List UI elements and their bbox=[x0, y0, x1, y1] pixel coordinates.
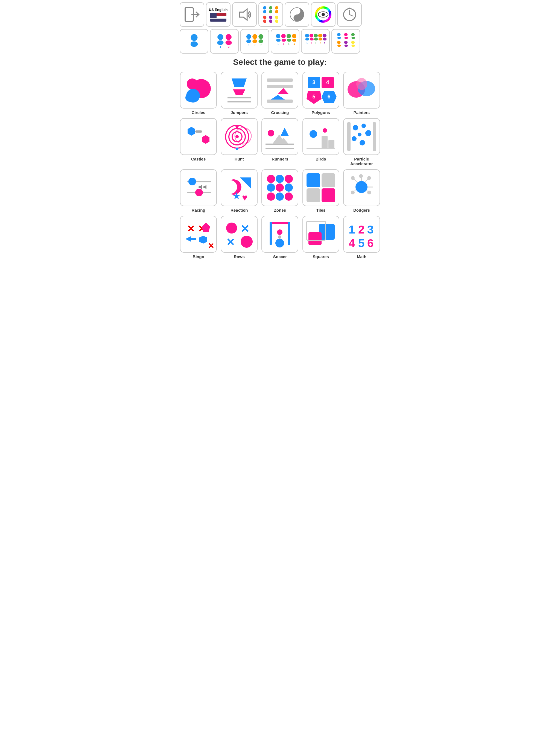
svg-point-142 bbox=[188, 178, 196, 185]
svg-rect-54 bbox=[287, 39, 291, 42]
exit-button[interactable] bbox=[180, 2, 204, 27]
game-item-rows[interactable]: ✕ ✕ Rows bbox=[221, 216, 258, 259]
svg-rect-133 bbox=[347, 122, 351, 151]
game-item-math[interactable]: 1 2 3 4 5 6 Math bbox=[343, 216, 380, 259]
svg-text:★: ★ bbox=[235, 124, 239, 130]
svg-rect-4 bbox=[263, 10, 266, 13]
svg-point-137 bbox=[365, 130, 371, 136]
game-item-jumpers[interactable]: Jumpers bbox=[221, 72, 258, 115]
svg-text:2: 2 bbox=[228, 45, 229, 48]
svg-rect-13 bbox=[263, 19, 266, 23]
game-card-dodgers[interactable] bbox=[343, 169, 380, 206]
svg-rect-56 bbox=[292, 39, 296, 42]
svg-point-132 bbox=[323, 128, 327, 133]
game-card-circles[interactable] bbox=[180, 72, 217, 108]
svg-marker-179 bbox=[199, 236, 207, 243]
svg-point-63 bbox=[309, 34, 313, 37]
6-players-button[interactable] bbox=[331, 29, 360, 54]
yin-yang-button[interactable] bbox=[285, 2, 309, 27]
svg-rect-47 bbox=[258, 40, 263, 43]
game-card-math[interactable]: 1 2 3 4 5 6 bbox=[343, 216, 380, 253]
game-card-jumpers[interactable] bbox=[221, 72, 258, 108]
svg-point-67 bbox=[318, 34, 322, 37]
game-item-runners[interactable]: Runners bbox=[261, 118, 299, 166]
svg-rect-87 bbox=[351, 45, 355, 47]
game-card-squares[interactable] bbox=[302, 216, 339, 253]
svg-marker-92 bbox=[232, 78, 247, 87]
5-players-button[interactable]: 1 2 3 4 5 bbox=[301, 29, 330, 54]
game-card-soccer[interactable] bbox=[261, 216, 298, 253]
svg-rect-66 bbox=[314, 38, 318, 41]
svg-rect-44 bbox=[252, 40, 257, 43]
game-card-bingo[interactable]: ✕ ✕ ✕ bbox=[180, 216, 217, 253]
game-label-hunt: Hunt bbox=[235, 157, 244, 161]
svg-point-91 bbox=[185, 94, 194, 102]
svg-rect-35 bbox=[217, 41, 223, 45]
game-label-painters: Painters bbox=[354, 110, 370, 115]
game-item-painters[interactable]: Painters bbox=[343, 72, 380, 115]
clock-button[interactable] bbox=[337, 2, 362, 27]
game-card-polygons[interactable]: 3 4 5 6 bbox=[302, 72, 339, 108]
game-item-crossing[interactable]: Crossing bbox=[261, 72, 299, 115]
game-card-birds[interactable] bbox=[302, 118, 339, 155]
svg-marker-145 bbox=[198, 185, 202, 189]
svg-text:4: 4 bbox=[294, 43, 295, 45]
svg-text:✕: ✕ bbox=[208, 242, 214, 250]
svg-text:6: 6 bbox=[327, 94, 330, 100]
game-item-zones[interactable]: Zones bbox=[261, 169, 299, 212]
game-item-castles[interactable]: Castles bbox=[180, 118, 217, 166]
game-card-hunt[interactable]: ★ ★ bbox=[221, 118, 258, 155]
2-players-button[interactable]: 1 2 bbox=[210, 29, 239, 54]
game-card-rows[interactable]: ✕ ✕ bbox=[221, 216, 258, 253]
svg-text:5: 5 bbox=[270, 23, 272, 24]
game-item-tiles[interactable]: Tiles bbox=[302, 169, 339, 212]
game-item-polygons[interactable]: 3 4 5 6 Polygons bbox=[302, 72, 339, 115]
game-card-crossing[interactable] bbox=[261, 72, 298, 108]
language-button[interactable]: US English bbox=[206, 2, 230, 27]
game-item-dodgers[interactable]: Dodgers bbox=[343, 169, 380, 212]
svg-point-26 bbox=[322, 13, 325, 16]
game-card-particle-accelerator[interactable] bbox=[343, 118, 380, 155]
game-card-runners[interactable] bbox=[261, 118, 298, 155]
svg-point-82 bbox=[337, 41, 340, 44]
4-players-button[interactable]: 1 2 3 4 bbox=[271, 29, 299, 54]
game-label-polygons: Polygons bbox=[311, 110, 330, 115]
sound-button[interactable] bbox=[232, 2, 257, 27]
svg-text:4: 4 bbox=[320, 42, 321, 44]
game-item-particle-accelerator[interactable]: Particle Accelerator bbox=[343, 118, 380, 166]
svg-text:5: 5 bbox=[358, 237, 364, 250]
game-card-racing[interactable] bbox=[180, 169, 217, 206]
game-item-soccer[interactable]: Soccer bbox=[261, 216, 299, 259]
players-icon-button[interactable]: 1 2 3 4 5 6 bbox=[258, 2, 283, 27]
svg-text:✕: ✕ bbox=[226, 236, 235, 248]
game-card-painters[interactable] bbox=[343, 72, 380, 108]
game-item-birds[interactable]: Birds bbox=[302, 118, 339, 166]
color-eye-button[interactable] bbox=[311, 2, 335, 27]
game-card-tiles[interactable] bbox=[302, 169, 339, 206]
game-card-castles[interactable] bbox=[180, 118, 217, 155]
game-item-bingo[interactable]: ✕ ✕ ✕ Bingo bbox=[180, 216, 217, 259]
game-item-reaction[interactable]: ★ ♥ Reaction bbox=[221, 169, 258, 212]
svg-point-188 bbox=[277, 229, 282, 235]
game-card-reaction[interactable]: ★ ♥ bbox=[221, 169, 258, 206]
svg-rect-134 bbox=[373, 122, 376, 151]
svg-rect-160 bbox=[307, 173, 320, 187]
svg-rect-81 bbox=[351, 37, 355, 39]
svg-text:★: ★ bbox=[235, 146, 239, 152]
game-item-circles[interactable]: Circles bbox=[180, 72, 217, 115]
svg-point-86 bbox=[351, 41, 354, 44]
game-item-hunt[interactable]: ★ ★ Hunt bbox=[221, 118, 258, 166]
svg-point-76 bbox=[337, 33, 340, 36]
game-item-racing[interactable]: Racing bbox=[180, 169, 217, 212]
game-card-zones[interactable] bbox=[261, 169, 298, 206]
svg-point-40 bbox=[246, 34, 251, 39]
svg-text:1: 1 bbox=[248, 43, 249, 46]
game-item-squares[interactable]: Squares bbox=[302, 216, 339, 259]
svg-rect-100 bbox=[267, 100, 293, 103]
svg-point-65 bbox=[314, 34, 317, 37]
3-players-button[interactable]: 1 2 3 bbox=[240, 29, 269, 54]
1-player-button[interactable]: 1 bbox=[180, 29, 208, 54]
svg-point-155 bbox=[276, 183, 284, 192]
svg-marker-177 bbox=[185, 236, 191, 242]
svg-point-140 bbox=[358, 133, 361, 136]
